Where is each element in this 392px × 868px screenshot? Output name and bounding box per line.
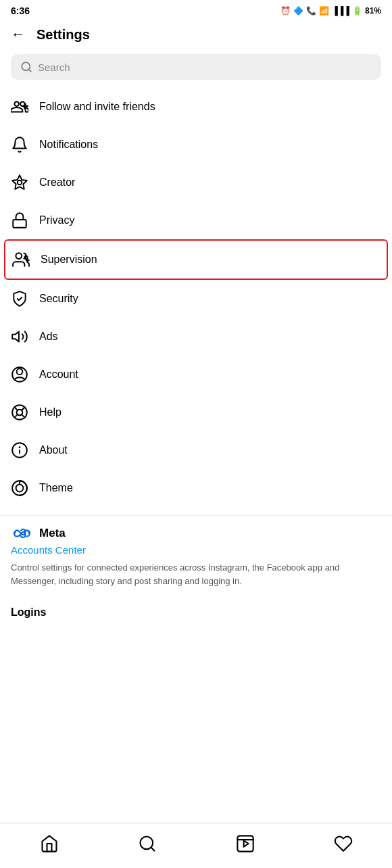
help-label: Help — [39, 406, 62, 418]
ads-icon — [11, 328, 28, 345]
search-nav-icon — [138, 834, 157, 853]
meta-logo: Meta — [11, 527, 381, 540]
ads-label: Ads — [39, 331, 58, 343]
help-icon — [11, 404, 28, 421]
menu-item-creator[interactable]: Creator — [0, 164, 392, 201]
supervision-label: Supervision — [41, 254, 97, 266]
search-icon — [20, 61, 32, 73]
svg-point-7 — [16, 253, 22, 259]
menu-item-account[interactable]: Account — [0, 356, 392, 393]
call-icon: 📞 — [306, 6, 316, 16]
menu-item-security[interactable]: Security — [0, 280, 392, 318]
nav-likes[interactable] — [323, 830, 364, 857]
search-box[interactable]: Search — [11, 54, 381, 80]
meta-description: Control settings for connected experienc… — [11, 561, 381, 587]
svg-marker-11 — [12, 331, 19, 341]
notifications-icon — [11, 136, 28, 153]
signal-icon: ▐▐▐ — [332, 6, 349, 16]
accounts-center-link[interactable]: Accounts Center — [11, 544, 381, 556]
home-icon — [40, 834, 59, 853]
battery-percent: 81% — [365, 6, 381, 16]
svg-line-16 — [14, 407, 18, 410]
svg-point-5 — [18, 180, 22, 185]
page-title: Settings — [36, 27, 90, 43]
search-placeholder: Search — [38, 62, 70, 73]
nav-home[interactable] — [29, 830, 70, 857]
about-icon — [11, 441, 28, 459]
wifi-icon: 📶 — [319, 6, 329, 16]
menu-list: Follow and invite friends Notifications … — [0, 88, 392, 512]
svg-marker-4 — [12, 175, 27, 189]
alarm-icon: ⏰ — [280, 6, 291, 16]
nav-search[interactable] — [127, 830, 168, 857]
menu-item-theme[interactable]: Theme — [0, 469, 392, 507]
status-bar: 6:36 ⏰ 🔷 📞 📶 ▐▐▐ 🔋 81% — [0, 0, 392, 19]
search-container: Search — [0, 51, 392, 88]
svg-line-20 — [14, 414, 18, 418]
bottom-nav — [0, 823, 392, 868]
status-icons: ⏰ 🔷 📞 📶 ▐▐▐ 🔋 81% — [280, 6, 381, 16]
supervision-icon — [12, 251, 30, 268]
menu-item-about[interactable]: About — [0, 431, 392, 469]
heart-icon — [334, 834, 353, 853]
meta-section: Meta Accounts Center Control settings fo… — [0, 515, 392, 601]
meta-logo-text: Meta — [39, 527, 66, 540]
privacy-label: Privacy — [39, 214, 74, 226]
svg-line-17 — [22, 414, 25, 418]
svg-marker-30 — [243, 840, 248, 846]
svg-point-25 — [16, 485, 24, 492]
follow-invite-icon — [11, 98, 28, 116]
menu-item-supervision[interactable]: Supervision — [4, 239, 388, 280]
logins-heading: Logins — [0, 601, 392, 621]
menu-item-ads[interactable]: Ads — [0, 318, 392, 356]
svg-rect-29 — [237, 836, 253, 851]
follow-invite-label: Follow and invite friends — [39, 101, 155, 113]
notifications-label: Notifications — [39, 139, 98, 151]
menu-item-help[interactable]: Help — [0, 393, 392, 431]
svg-line-19 — [22, 408, 24, 410]
battery-icon: 🔋 — [352, 6, 362, 16]
theme-label: Theme — [39, 482, 73, 494]
account-icon — [11, 366, 28, 383]
security-label: Security — [39, 293, 78, 305]
settings-header: ← Settings — [0, 19, 392, 51]
meta-logo-icon — [11, 527, 35, 540]
creator-icon — [11, 174, 28, 191]
account-label: Account — [39, 368, 78, 381]
theme-icon — [11, 479, 28, 497]
reels-icon — [236, 834, 255, 853]
bluetooth-icon: 🔷 — [293, 6, 303, 16]
svg-line-1 — [28, 69, 30, 71]
creator-label: Creator — [39, 176, 75, 189]
security-icon — [11, 290, 28, 308]
back-button[interactable]: ← — [11, 26, 26, 43]
svg-point-12 — [17, 368, 23, 375]
nav-reels[interactable] — [225, 830, 266, 857]
privacy-icon — [11, 212, 28, 229]
svg-line-28 — [151, 847, 154, 850]
menu-item-follow-invite[interactable]: Follow and invite friends — [0, 88, 392, 126]
status-time: 6:36 — [11, 5, 30, 16]
svg-rect-6 — [13, 220, 26, 228]
menu-item-notifications[interactable]: Notifications — [0, 126, 392, 164]
about-label: About — [39, 444, 68, 456]
menu-item-privacy[interactable]: Privacy — [0, 201, 392, 239]
